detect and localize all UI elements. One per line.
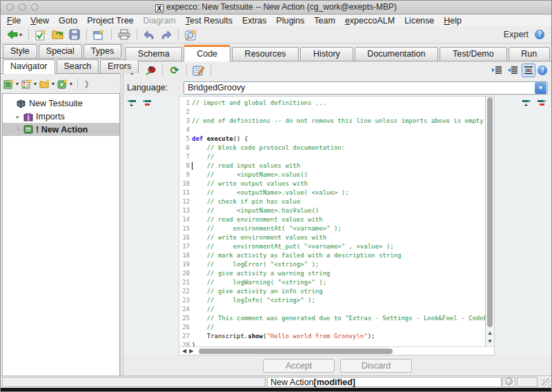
- horizontal-scrollbar-thumb[interactable]: [199, 349, 392, 354]
- menu-plugins[interactable]: Plugins: [271, 16, 309, 26]
- new-action-button[interactable]: ▾: [57, 78, 73, 90]
- expand-all-icon[interactable]: +: [128, 99, 137, 108]
- chevron-down-icon[interactable]: ▼: [535, 82, 546, 94]
- line-number: 8: [179, 161, 192, 170]
- tab-special[interactable]: Special: [39, 44, 82, 58]
- save-button[interactable]: [68, 28, 81, 41]
- code-help-icon[interactable]: ?: [538, 66, 547, 75]
- line-number: 27: [179, 332, 192, 341]
- open-button[interactable]: [50, 28, 66, 41]
- scroll-up-icon[interactable]: ▲: [487, 329, 493, 337]
- accept-button-toolbar[interactable]: [34, 28, 48, 41]
- code-line: // import and global definitions ...: [192, 99, 485, 108]
- scroll-right-icon[interactable]: ▶: [189, 347, 193, 355]
- help-icon[interactable]: ?: [535, 30, 544, 39]
- editor-right-margin: +: [495, 96, 551, 355]
- tab-style[interactable]: Style: [3, 44, 37, 58]
- redo-button[interactable]: [159, 28, 173, 41]
- accept-button[interactable]: Accept: [263, 359, 335, 373]
- menu-project-tree[interactable]: Project Tree: [82, 16, 138, 26]
- menu-bar: FileViewGotoProject TreeDiagramTest Resu…: [1, 14, 551, 26]
- collapse-all-icon[interactable]: [538, 99, 547, 108]
- line-number: 6: [179, 144, 192, 153]
- chevron-down-icon[interactable]: ▾: [34, 81, 37, 87]
- line-number: 12: [179, 197, 192, 206]
- line-number: 1: [179, 99, 192, 108]
- print-button[interactable]: [117, 28, 132, 41]
- debug-button[interactable]: [144, 63, 157, 77]
- resize-grip[interactable]: [542, 378, 551, 387]
- tab-types[interactable]: Types: [83, 44, 121, 58]
- tab-run[interactable]: Run: [509, 47, 550, 61]
- status-extra-field: [517, 377, 538, 387]
- scroll-down-icon[interactable]: ▼: [487, 337, 493, 346]
- horizontal-scrollbar[interactable]: ◀ ▶: [179, 346, 494, 355]
- line-number: 13: [179, 206, 192, 215]
- undo-button[interactable]: [142, 28, 157, 41]
- toolbar-separator: [162, 65, 163, 76]
- vertical-scrollbar-thumb[interactable]: [487, 97, 493, 327]
- toolbar-overflow-icon[interactable]: ❭: [83, 79, 90, 88]
- tab-history[interactable]: History: [300, 47, 353, 61]
- tab-documentation[interactable]: Documentation: [355, 47, 439, 61]
- code-line: // read environment values with: [192, 215, 485, 224]
- menu-expeccoalm[interactable]: expeccoALM: [340, 16, 400, 26]
- open-browser-button[interactable]: [184, 28, 199, 41]
- tree-item-new-action[interactable]: └! New Action: [3, 123, 119, 136]
- menu-test-results[interactable]: Test Results: [181, 16, 237, 26]
- menu-view[interactable]: View: [26, 16, 54, 26]
- collapse-all-icon[interactable]: [143, 99, 152, 108]
- line-number: 18: [179, 251, 192, 260]
- edit-code-button[interactable]: [192, 63, 206, 77]
- menu-diagram[interactable]: Diagram: [139, 16, 181, 26]
- code-text-area[interactable]: // import and global definitions ...// e…: [192, 97, 485, 346]
- menu-team[interactable]: Team: [309, 16, 340, 26]
- menu-license[interactable]: License: [400, 16, 439, 26]
- window-title-area: Xexpecco: New Testsuite -- New Action (c…: [1, 2, 551, 12]
- redo-icon: [160, 30, 172, 40]
- expander-icon[interactable]: ▸: [15, 113, 21, 120]
- vertical-scrollbar[interactable]: ▲ ▼: [485, 97, 494, 346]
- status-bar: New Action [modified]: [1, 375, 551, 388]
- tab-test-demo[interactable]: Test/Demo: [440, 47, 506, 61]
- menu-goto[interactable]: Goto: [54, 16, 82, 26]
- code-editor[interactable]: 1234567891011121314151617181920212223242…: [179, 96, 495, 355]
- tab-resources[interactable]: Resources: [232, 47, 299, 61]
- chevron-down-icon[interactable]: ▾: [70, 81, 72, 87]
- tab-code[interactable]: Code: [184, 45, 230, 61]
- format-indent-button[interactable]: [490, 63, 504, 77]
- chevron-down-icon[interactable]: ▾: [52, 81, 55, 87]
- new-group-button[interactable]: ▾: [39, 78, 55, 90]
- back-history-dropdown[interactable]: ▾: [19, 32, 22, 38]
- menu-help[interactable]: Help: [439, 16, 466, 26]
- toolbar-separator: [28, 29, 29, 40]
- user-level-label: Expert: [504, 30, 529, 39]
- expand-all-icon[interactable]: +: [522, 99, 532, 108]
- language-select[interactable]: BridgedGroovy ▼: [184, 81, 548, 95]
- scroll-left-icon[interactable]: ◀: [182, 347, 186, 355]
- tree-item-new-testsuite[interactable]: New Testsuite: [3, 97, 119, 110]
- tab-search[interactable]: Search: [57, 59, 99, 73]
- language-label: Language:: [127, 83, 184, 92]
- chevron-down-icon[interactable]: ▾: [16, 81, 19, 87]
- toolbar-separator: [137, 29, 137, 40]
- code-line: // environmentAt_put( "<varname>" , <val…: [192, 242, 485, 251]
- format-outdent-button[interactable]: [506, 63, 520, 77]
- tab-schema[interactable]: Schema: [125, 47, 182, 61]
- new-window-button[interactable]: [92, 28, 106, 41]
- menu-file[interactable]: File: [2, 16, 26, 26]
- indent-left-icon: [491, 66, 502, 75]
- new-testsuite-button[interactable]: ▾: [3, 78, 19, 90]
- tab-navigator[interactable]: Navigator: [3, 59, 55, 74]
- discard-button[interactable]: Discard: [340, 359, 412, 373]
- back-button[interactable]: ▾: [5, 28, 23, 41]
- menu-extras[interactable]: Extras: [237, 16, 271, 26]
- new-testplan-button[interactable]: ▾: [21, 78, 37, 90]
- tab-errors[interactable]: Errors: [100, 59, 139, 73]
- status-message-field: [2, 377, 266, 387]
- restart-button[interactable]: ⟳: [168, 63, 181, 77]
- code-line: // write output values with: [192, 179, 485, 188]
- line-display-toggle[interactable]: [522, 63, 535, 77]
- tree-item-imports[interactable]: ▸Imports: [3, 110, 119, 123]
- code-line: //: [192, 323, 485, 332]
